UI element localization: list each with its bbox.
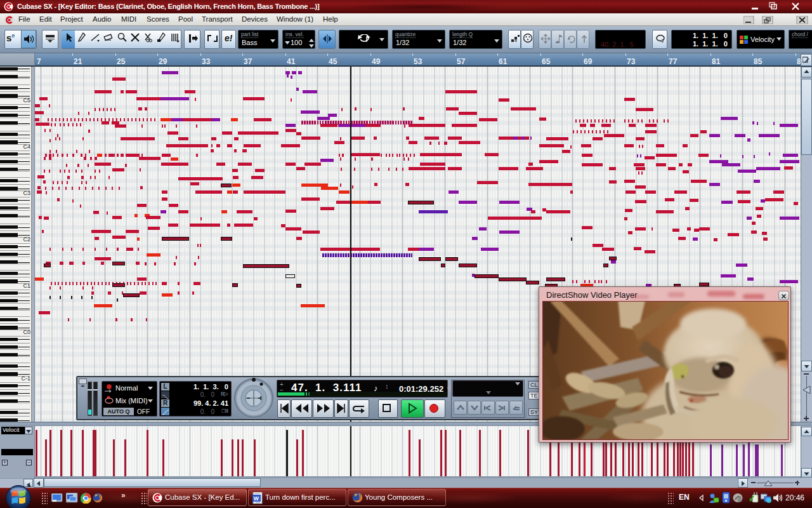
- svg-text:W: W: [254, 495, 259, 502]
